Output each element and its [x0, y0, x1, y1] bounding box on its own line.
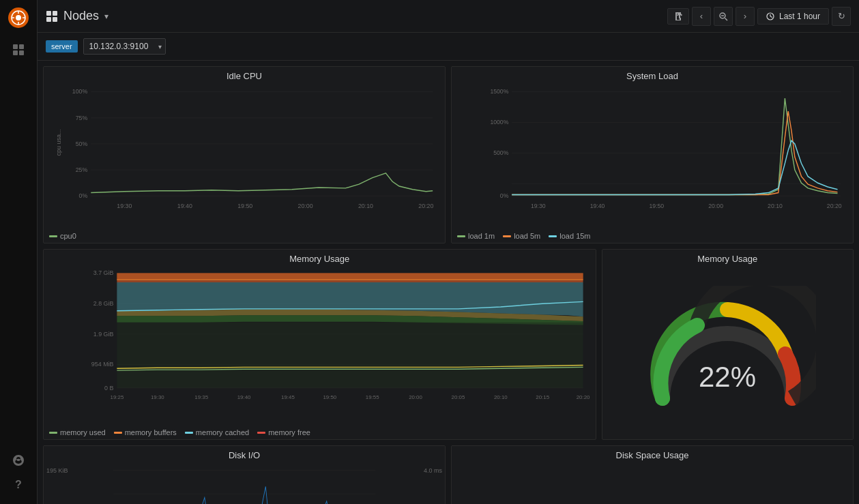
legend-cpu0-color: [49, 235, 57, 237]
svg-rect-10: [19, 50, 24, 55]
legend-mem-buffers: memory buffers: [114, 428, 177, 436]
svg-text:19:40: 19:40: [177, 203, 192, 209]
panel-system-load-title: System Load: [452, 67, 853, 85]
svg-text:19:50: 19:50: [650, 203, 665, 209]
server-bar: server 10.132.0.3:9100: [38, 33, 859, 61]
svg-text:3.7 GiB: 3.7 GiB: [93, 270, 114, 277]
idle-cpu-legend: cpu0: [44, 229, 445, 243]
svg-rect-13: [46, 17, 51, 22]
svg-text:19:25: 19:25: [111, 394, 124, 400]
svg-marker-75: [117, 273, 583, 280]
server-select[interactable]: 10.132.0.3:9100: [83, 38, 166, 55]
panel-disk-io-body: 195 KiB 4.0 ms: [44, 464, 445, 504]
svg-text:50%: 50%: [76, 140, 88, 147]
svg-text:19:40: 19:40: [590, 203, 605, 209]
legend-mem-free: memory free: [257, 428, 310, 436]
server-tag: server: [46, 40, 78, 53]
prev-button[interactable]: ‹: [692, 7, 711, 26]
svg-text:1.9 GiB: 1.9 GiB: [93, 331, 114, 338]
sidebar-logo[interactable]: [8, 7, 29, 31]
svg-rect-14: [53, 17, 57, 22]
panel-disk-io-title: Disk I/O: [44, 446, 445, 464]
svg-text:20:05: 20:05: [452, 394, 465, 400]
svg-text:20:20: 20:20: [577, 394, 590, 400]
svg-text:20:10: 20:10: [358, 203, 373, 209]
main-content: Nodes ▾ ‹ ›: [38, 0, 859, 504]
time-range-label: Last 1 hour: [779, 12, 820, 21]
svg-text:19:50: 19:50: [237, 203, 252, 209]
panel-idle-cpu: Idle CPU cpu usa... 100% 75% 50%: [43, 66, 446, 243]
svg-text:19:30: 19:30: [117, 203, 132, 209]
legend-load15m-label: load 15m: [559, 232, 590, 240]
svg-text:19:55: 19:55: [366, 394, 379, 400]
svg-rect-12: [53, 11, 57, 16]
topbar: Nodes ▾ ‹ ›: [38, 0, 859, 33]
time-range-button[interactable]: Last 1 hour: [757, 8, 829, 25]
svg-line-16: [725, 18, 727, 20]
svg-text:75%: 75%: [76, 115, 88, 121]
svg-rect-9: [13, 50, 18, 55]
svg-text:0%: 0%: [500, 192, 509, 199]
svg-text:20:00: 20:00: [409, 394, 422, 400]
idle-cpu-chart: 100% 75% 50% 25% 0% 19:30 19:40 19:50 20…: [64, 85, 439, 216]
svg-rect-7: [13, 44, 18, 49]
legend-load1m-label: load 1m: [468, 232, 495, 240]
memory-chart-svg: 3.7 GiB 2.8 GiB 1.9 GiB 954 MiB 0 B 19:2…: [76, 268, 590, 411]
next-button[interactable]: ›: [736, 7, 755, 26]
row-top: Idle CPU cpu usa... 100% 75% 50%: [43, 66, 854, 243]
legend-mem-used-color: [49, 432, 57, 434]
svg-text:19:30: 19:30: [531, 203, 546, 209]
dashboard: Idle CPU cpu usa... 100% 75% 50%: [38, 61, 859, 504]
svg-text:19:45: 19:45: [281, 394, 295, 400]
sidebar-item-help[interactable]: ?: [10, 477, 27, 493]
svg-rect-11: [46, 11, 51, 16]
title-text: Nodes: [63, 9, 99, 23]
svg-text:0 B: 0 B: [104, 385, 114, 391]
panel-memory-gauge-body: 22%: [602, 268, 854, 439]
zoom-button[interactable]: [714, 7, 733, 26]
svg-text:20:20: 20:20: [827, 203, 842, 209]
svg-text:20:10: 20:10: [768, 203, 783, 209]
svg-text:20:00: 20:00: [298, 203, 313, 209]
disk-io-y-right: 4.0 ms: [424, 467, 442, 474]
legend-load1m: load 1m: [457, 232, 495, 240]
svg-text:25%: 25%: [76, 166, 88, 173]
legend-mem-cached: memory cached: [185, 428, 249, 436]
panel-memory-gauge: Memory Usage: [602, 249, 854, 440]
legend-mem-buffers-label: memory buffers: [125, 428, 177, 436]
disk-io-chart: [76, 464, 412, 504]
svg-text:20:00: 20:00: [708, 203, 723, 209]
panel-memory-chart: Memory Usage 3.7 GiB 2.8 GiB 1.9 GiB 954: [43, 249, 596, 440]
svg-text:19:50: 19:50: [323, 394, 336, 400]
panel-memory-chart-title: Memory Usage: [44, 250, 596, 268]
svg-text:954 MiB: 954 MiB: [91, 361, 114, 368]
row-bot: Disk I/O 195 KiB 4.0 ms Disk Space Usage: [43, 445, 854, 504]
svg-text:22%: 22%: [699, 361, 756, 393]
svg-text:20:10: 20:10: [494, 394, 508, 400]
sidebar-item-dashboards[interactable]: [10, 42, 27, 58]
svg-text:19:35: 19:35: [194, 394, 208, 400]
memory-chart-legend: memory used memory buffers memory cached…: [44, 426, 596, 439]
panel-system-load: System Load 1500% 1000% 500% 0%: [451, 66, 854, 243]
svg-text:500%: 500%: [493, 149, 508, 156]
legend-mem-used-label: memory used: [60, 428, 106, 436]
server-select-wrap[interactable]: 10.132.0.3:9100: [83, 38, 166, 55]
svg-point-2: [16, 15, 21, 20]
legend-mem-free-label: memory free: [268, 428, 310, 436]
legend-load5m-label: load 5m: [514, 232, 540, 240]
svg-text:20:20: 20:20: [418, 203, 433, 209]
gauge-svg: 22%: [639, 286, 816, 422]
refresh-button[interactable]: ↻: [832, 7, 851, 26]
panel-disk-io: Disk I/O 195 KiB 4.0 ms: [43, 445, 446, 504]
topbar-actions: ‹ › Last 1 hour ↻: [667, 7, 851, 26]
share-button[interactable]: [667, 8, 689, 25]
svg-text:20:15: 20:15: [536, 394, 549, 400]
sidebar-item-login[interactable]: [10, 452, 27, 469]
title-dropdown-arrow[interactable]: ▾: [104, 12, 108, 21]
panel-idle-cpu-title: Idle CPU: [44, 67, 445, 85]
legend-mem-cached-label: memory cached: [196, 428, 249, 436]
svg-text:2.8 GiB: 2.8 GiB: [93, 300, 114, 307]
page-title: Nodes ▾: [46, 9, 108, 23]
legend-mem-used: memory used: [49, 428, 106, 436]
idle-cpu-y-label: cpu usa...: [55, 130, 62, 156]
